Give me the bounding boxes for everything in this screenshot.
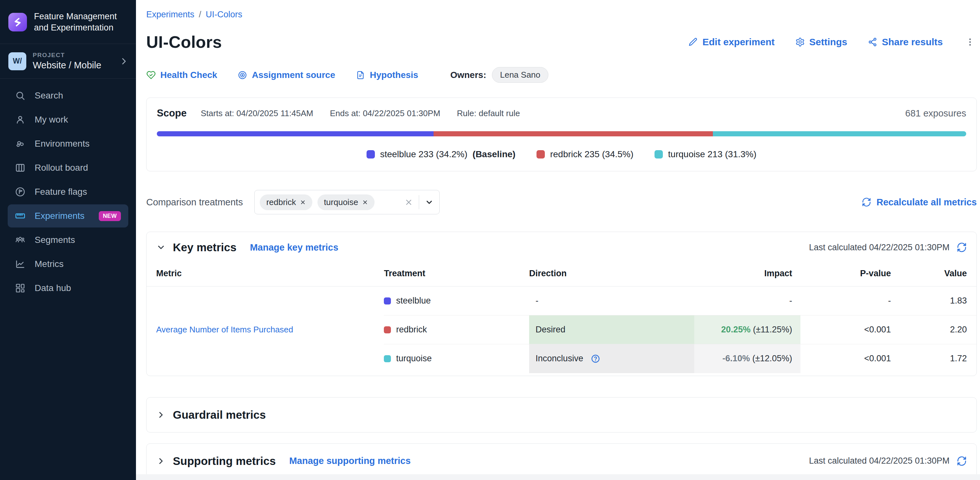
last-calculated-text: Last calculated 04/22/2025 01:30PM xyxy=(809,456,950,466)
pvalue-cell: - xyxy=(800,287,893,316)
chip-redbrick[interactable]: redbrick xyxy=(260,195,312,210)
pencil-icon xyxy=(688,37,698,47)
collapse-chevron-down-icon[interactable] xyxy=(156,242,166,252)
sidebar-item-segments[interactable]: Segments xyxy=(8,228,128,252)
main-content: Experiments / UI-Colors UI-Colors Edit e… xyxy=(136,0,980,480)
recalculate-label: Recalculate all metrics xyxy=(877,197,977,207)
sidebar-item-label: Experiments xyxy=(35,211,85,221)
key-metrics-table: Metric Treatment Direction Impact P-valu… xyxy=(146,263,977,373)
breadcrumb-current[interactable]: UI-Colors xyxy=(206,10,242,19)
column-header-direction: Direction xyxy=(529,263,694,287)
sidebar-item-experiments[interactable]: Experiments NEW xyxy=(8,204,128,228)
legend-item-redbrick: redbrick 235 (34.5%) xyxy=(536,149,633,159)
scope-starts-at: Starts at: 04/20/2025 11:45AM xyxy=(201,108,313,118)
share-results-button[interactable]: Share results xyxy=(868,37,943,48)
legend-swatch xyxy=(366,150,375,158)
remove-chip-icon[interactable] xyxy=(300,199,306,205)
exposures-count: 681 exposures xyxy=(905,108,966,119)
kebab-menu-button[interactable] xyxy=(963,35,977,49)
project-label: PROJECT xyxy=(33,52,101,59)
hypothesis-link[interactable]: Hypothesis xyxy=(356,70,418,80)
help-question-icon[interactable] xyxy=(591,354,600,364)
sidebar-item-metrics[interactable]: Metrics xyxy=(8,252,128,276)
treatment-swatch xyxy=(384,355,391,362)
hexagons-icon xyxy=(15,138,25,149)
remove-chip-icon[interactable] xyxy=(362,199,368,205)
share-icon xyxy=(868,37,877,47)
sidebar-item-label: Search xyxy=(35,91,63,101)
column-header-value: Value xyxy=(893,263,977,287)
breadcrumb-experiments[interactable]: Experiments xyxy=(146,10,194,19)
treatment-swatch xyxy=(384,297,391,305)
app-logo: Feature Management and Experimentation xyxy=(0,0,136,44)
metric-link[interactable]: Average Number of Items Purchased xyxy=(156,325,293,334)
treatment-name: steelblue xyxy=(396,296,431,306)
value-cell: 1.72 xyxy=(893,344,977,373)
columns-icon xyxy=(15,163,25,173)
chevron-down-icon[interactable] xyxy=(425,198,434,207)
expand-chevron-right-icon[interactable] xyxy=(156,456,166,466)
ruler-icon xyxy=(15,210,25,222)
impact-ci: (±12.05%) xyxy=(752,354,792,363)
key-metrics-title: Key metrics xyxy=(173,241,236,254)
clear-all-icon[interactable] xyxy=(404,198,413,207)
refresh-icon xyxy=(862,197,871,207)
refresh-icon[interactable] xyxy=(956,456,967,466)
chevron-right-icon xyxy=(119,57,128,66)
sidebar-item-label: My work xyxy=(35,115,68,125)
health-check-link[interactable]: Health Check xyxy=(146,70,217,80)
sidebar-item-label: Feature flags xyxy=(35,187,87,197)
bullseye-icon xyxy=(238,70,247,80)
header-actions: Edit experiment Settings Share results xyxy=(688,35,977,49)
guardrail-metrics-title: Guardrail metrics xyxy=(173,408,266,421)
sidebar-item-label: Environments xyxy=(35,139,89,149)
sidebar-nav: Search My work Environments Rollout boar… xyxy=(0,79,136,305)
new-badge: NEW xyxy=(99,211,121,221)
guardrail-metrics-card: Guardrail metrics xyxy=(146,397,977,432)
value-cell: 2.20 xyxy=(893,316,977,344)
legend-label: redbrick 235 (34.5%) xyxy=(550,149,633,159)
settings-button[interactable]: Settings xyxy=(795,37,847,48)
breadcrumb-separator: / xyxy=(199,10,201,19)
manage-key-metrics-link[interactable]: Manage key metrics xyxy=(250,242,338,253)
sidebar-item-search[interactable]: Search xyxy=(8,84,128,107)
refresh-icon[interactable] xyxy=(956,242,967,252)
recalculate-all-metrics-button[interactable]: Recalculate all metrics xyxy=(862,197,977,207)
expand-chevron-right-icon[interactable] xyxy=(156,410,166,420)
edit-experiment-button[interactable]: Edit experiment xyxy=(688,37,775,48)
treatment-name: redbrick xyxy=(396,325,427,335)
project-switcher[interactable]: W/ PROJECT Website / Mobile xyxy=(0,44,136,78)
treatment-cell: steelblue xyxy=(384,287,529,316)
direction-cell: Desired xyxy=(529,316,694,344)
pvalue-cell: <0.001 xyxy=(800,316,893,344)
treatment-name: turquoise xyxy=(396,354,432,364)
grid-icon xyxy=(15,283,25,293)
sidebar-item-data-hub[interactable]: Data hub xyxy=(8,277,128,300)
supporting-metrics-title: Supporting metrics xyxy=(173,454,276,467)
sidebar-item-my-work[interactable]: My work xyxy=(8,108,128,131)
manage-supporting-metrics-link[interactable]: Manage supporting metrics xyxy=(289,456,411,466)
scope-title: Scope xyxy=(157,107,187,119)
comparison-treatments-select[interactable]: redbrick turquoise xyxy=(254,190,440,214)
chip-label: turquoise xyxy=(324,197,358,207)
bar-segment-turquoise xyxy=(713,131,966,136)
sidebar-item-feature-flags[interactable]: Feature flags xyxy=(8,180,128,203)
table-row-steelblue: Average Number of Items Purchased steelb… xyxy=(146,287,977,316)
user-icon xyxy=(15,114,25,125)
owner-chip[interactable]: Lena Sano xyxy=(492,67,548,83)
users-icon xyxy=(15,234,25,246)
value-cell: 1.83 xyxy=(893,287,977,316)
divider xyxy=(419,195,419,209)
project-name: Website / Mobile xyxy=(33,60,101,70)
owners-label: Owners: xyxy=(450,70,486,80)
sidebar-item-rollout-board[interactable]: Rollout board xyxy=(8,156,128,179)
assignment-source-link[interactable]: Assignment source xyxy=(238,70,335,80)
treatment-legend: steelblue 233 (34.2%) (Baseline) redbric… xyxy=(157,149,966,159)
sidebar-item-environments[interactable]: Environments xyxy=(8,132,128,155)
key-metrics-card: Key metrics Manage key metrics Last calc… xyxy=(146,232,977,376)
chip-turquoise[interactable]: turquoise xyxy=(318,195,375,210)
split-logo-icon xyxy=(8,13,27,32)
chip-label: redbrick xyxy=(266,197,296,207)
column-header-metric: Metric xyxy=(146,263,384,287)
edit-experiment-label: Edit experiment xyxy=(702,37,775,48)
